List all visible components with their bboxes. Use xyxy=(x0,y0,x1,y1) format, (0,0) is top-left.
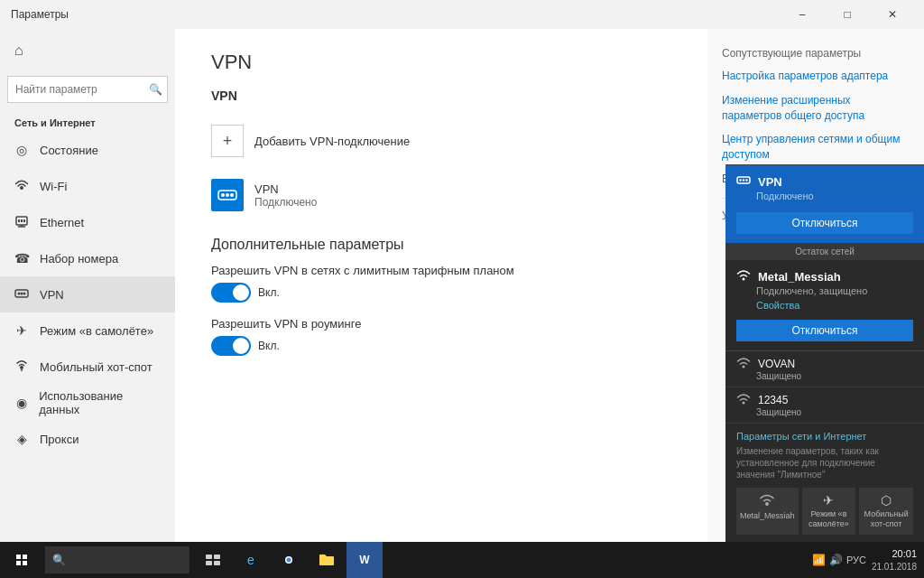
vpn-section-title: VPN xyxy=(211,89,671,103)
toggle-row-2: Разрешить VPN в роуминге Вкл. xyxy=(211,317,671,356)
sidebar-section-title: Сеть и Интернет xyxy=(0,110,175,132)
notif-wifi-disconnect-button[interactable]: Отключиться xyxy=(736,320,913,341)
sidebar-item-vpn[interactable]: VPN xyxy=(0,276,175,312)
maximize-button[interactable]: □ xyxy=(827,0,868,29)
notif-network-settings-link[interactable]: Параметры сети и Интернет xyxy=(736,431,913,442)
svg-point-20 xyxy=(743,366,745,368)
svg-rect-23 xyxy=(206,555,212,559)
toggle2-switch[interactable] xyxy=(211,336,251,356)
vpn-sidebar-icon xyxy=(14,287,29,303)
notif-wifi-name: Metal_Messiah xyxy=(758,270,841,284)
page-title: VPN xyxy=(211,51,671,74)
sidebar-item-nabor[interactable]: ☎ Набор номера xyxy=(0,240,175,276)
notif-12345-icon xyxy=(736,393,751,407)
airplane-icon: ✈ xyxy=(14,323,29,338)
proxy-icon: ◈ xyxy=(14,432,29,446)
add-vpn-icon: + xyxy=(211,125,244,157)
notif-network-12345[interactable]: 12345 Защищено xyxy=(725,387,924,424)
sidebar-item-samolet[interactable]: ✈ Режим «в самолёте» xyxy=(0,312,175,349)
notif-vpn-section: VPN Подключено Отключиться xyxy=(725,165,924,243)
notif-wifi-header: Metal_Messiah xyxy=(736,269,913,284)
minimize-button[interactable]: – xyxy=(781,0,823,29)
notif-vovan-name: VOVAN xyxy=(758,358,795,370)
notif-bottom-tiles: Metal_Messiah ✈ Режим «в самолёте» ⬡ Моб… xyxy=(736,488,913,535)
notif-tile-wifi[interactable]: Metal_Messiah xyxy=(736,488,799,535)
sidebar-item-sostoyanie[interactable]: ◎ Состояние xyxy=(0,132,175,168)
svg-rect-4 xyxy=(21,219,23,222)
related-params-title: Сопутствующие параметры xyxy=(722,47,910,60)
link-sharing-settings[interactable]: Изменение расширенных параметров общего … xyxy=(722,93,910,124)
notif-tile-hotspot-label: Мобильный хот-спот xyxy=(863,509,910,529)
svg-point-28 xyxy=(287,558,291,563)
notif-vovan-header: VOVAN xyxy=(736,357,913,371)
vpn-connection-item[interactable]: VPN Подключено xyxy=(211,172,671,219)
link-network-center[interactable]: Центр управления сетями и общим доступом xyxy=(722,132,910,163)
home-icon: ⌂ xyxy=(14,42,23,59)
notif-tile-hotspot[interactable]: ⬡ Мобильный хот-спот xyxy=(859,488,913,535)
sidebar-item-label-sostoyanie: Состояние xyxy=(40,144,98,157)
toggle1-label: Разрешить VPN в сетях с лимитным тарифны… xyxy=(211,264,671,277)
toggle1-wrap: Вкл. xyxy=(211,283,671,303)
taskbar-chrome[interactable] xyxy=(271,542,307,578)
sidebar-item-label-proxy: Прокси xyxy=(40,433,79,446)
notif-vovan-status: Защищено xyxy=(736,371,913,381)
notif-vovan-icon xyxy=(736,357,751,371)
taskbar-time-display: 20:01 21.01.2018 xyxy=(872,547,917,572)
other-networks-label: Остаток сетей xyxy=(725,243,924,260)
sidebar-item-data-usage[interactable]: ◉ Использование данных xyxy=(0,385,175,421)
notif-tile-wifi-label: Metal_Messiah xyxy=(740,511,795,521)
volume-sys-icon[interactable]: 🔊 xyxy=(829,554,843,566)
vpn-connection-status: Подключено xyxy=(254,196,317,209)
sidebar-item-label-samolet: Режим «в самолёте» xyxy=(40,324,153,338)
notif-wifi-icon xyxy=(736,269,751,284)
hotspot-tile-icon: ⬡ xyxy=(863,493,910,508)
sidebar-item-label-vpn: VPN xyxy=(40,288,64,302)
sidebar-item-hotspot[interactable]: Мобильный хот-спот xyxy=(0,349,175,385)
toggle2-label: Разрешить VPN в роуминге xyxy=(211,317,671,331)
notif-tile-airplane-label: Режим «в самолёте» xyxy=(806,509,853,529)
sidebar-item-label-wifi: Wi-Fi xyxy=(40,180,67,193)
svg-point-16 xyxy=(739,180,741,182)
sidebar-item-label-hotspot: Мобильный хот-спот xyxy=(40,360,152,374)
add-vpn-button[interactable]: + Добавить VPN-подключение xyxy=(211,117,671,164)
sidebar-home-button[interactable]: ⌂ xyxy=(0,29,175,72)
search-input[interactable] xyxy=(7,76,168,103)
start-button[interactable] xyxy=(0,542,43,578)
taskbar-search-box[interactable]: 🔍 xyxy=(45,546,189,573)
taskbar: 🔍 e W 📶 🔊 РУС xyxy=(0,542,924,578)
sidebar-item-label-nabor: Набор номера xyxy=(40,252,118,266)
taskbar-task-view[interactable] xyxy=(195,542,231,578)
notif-12345-status: Защищено xyxy=(736,407,913,417)
notif-network-vovan[interactable]: VOVAN Защищено xyxy=(725,351,924,387)
taskbar-date: 21.01.2018 xyxy=(872,561,917,573)
notif-vpn-icon xyxy=(736,174,751,189)
dop-section-title: Дополнительные параметры xyxy=(211,237,671,253)
sidebar-search: 🔍 xyxy=(7,76,168,103)
status-icon: ◎ xyxy=(14,143,29,157)
notif-footer: Параметры сети и Интернет Изменение пара… xyxy=(725,424,924,542)
network-sys-icon[interactable]: 📶 xyxy=(812,554,826,566)
sidebar-item-proxy[interactable]: ◈ Прокси xyxy=(0,421,175,457)
notif-wifi-properties-link[interactable]: Свойства xyxy=(736,300,913,311)
vpn-connection-name: VPN xyxy=(254,182,317,196)
notif-tile-airplane[interactable]: ✈ Режим «в самолёте» xyxy=(802,488,856,535)
close-button[interactable]: ✕ xyxy=(872,0,913,29)
svg-point-21 xyxy=(743,402,745,405)
taskbar-explorer[interactable] xyxy=(309,542,345,578)
svg-rect-5 xyxy=(23,219,25,222)
sidebar: ⌂ 🔍 Сеть и Интернет ◎ Состояние Wi-Fi xyxy=(0,29,175,578)
sidebar-item-ethernet[interactable]: Ethernet xyxy=(0,204,175,240)
toggle1-switch[interactable] xyxy=(211,283,251,303)
taskbar-system-icons: 📶 🔊 РУС xyxy=(812,554,866,566)
notif-vpn-disconnect-button[interactable]: Отключиться xyxy=(736,212,913,234)
sidebar-item-wifi[interactable]: Wi-Fi xyxy=(0,168,175,204)
phone-icon: ☎ xyxy=(14,251,29,266)
sidebar-item-label-data-usage: Использование данных xyxy=(39,389,161,416)
taskbar-edge[interactable]: e xyxy=(233,542,269,578)
taskbar-word[interactable]: W xyxy=(346,542,383,578)
taskbar-app-icons: e W xyxy=(195,542,383,578)
taskbar-right-area: 📶 🔊 РУС 20:01 21.01.2018 xyxy=(805,547,924,572)
link-adapter-settings[interactable]: Настройка параметров адаптера xyxy=(722,69,910,84)
notif-vpn-header: VPN xyxy=(736,174,913,189)
lang-indicator: РУС xyxy=(846,555,866,565)
